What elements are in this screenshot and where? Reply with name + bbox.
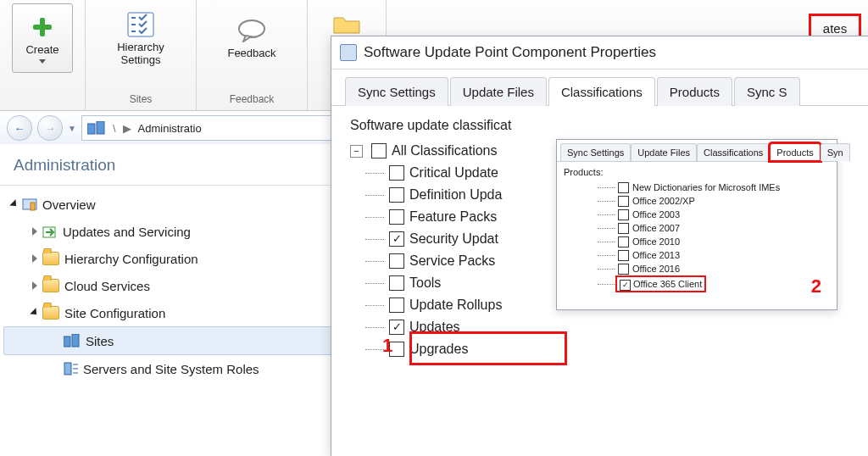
product-item[interactable]: Office 2002/XP — [564, 194, 830, 208]
product-item[interactable]: Office 2003 — [564, 208, 830, 221]
product-item[interactable]: Office 2016 — [564, 262, 830, 275]
product-item[interactable]: Office 365 Client — [564, 275, 830, 292]
tree-node-hierarchy-config[interactable]: Hierarchy Configuration — [3, 245, 334, 272]
checkbox[interactable] — [389, 253, 404, 269]
checkbox[interactable] — [618, 209, 629, 220]
dropdown-caret-icon — [39, 59, 46, 64]
tree-node-cloud-services[interactable]: Cloud Services — [3, 272, 334, 299]
product-item[interactable]: New Dictionaries for Microsoft IMEs — [564, 181, 830, 194]
mini-tab-sync-settings[interactable]: Sync Settings — [560, 143, 631, 161]
mini-tab-classifications[interactable]: Classifications — [697, 143, 770, 161]
checkbox[interactable] — [618, 223, 629, 234]
folder-icon — [42, 279, 59, 292]
tree-node-updates-servicing[interactable]: Updates and Servicing — [3, 218, 334, 245]
product-item[interactable]: Office 2007 — [564, 221, 830, 235]
tree-node-site-configuration[interactable]: Site Configuration — [3, 299, 334, 326]
chevron-down-icon[interactable]: ▼ — [68, 124, 76, 133]
checkbox[interactable] — [389, 275, 404, 291]
svg-rect-9 — [64, 363, 71, 375]
product-item[interactable]: Office 2013 — [564, 248, 830, 262]
classification-label: Critical Update — [409, 162, 498, 184]
classification-label: Definition Upda — [409, 184, 502, 206]
plus-icon — [28, 13, 57, 42]
expander-icon[interactable] — [32, 227, 37, 236]
checkbox[interactable] — [618, 250, 629, 261]
expander-icon[interactable] — [32, 254, 37, 263]
tree-label: Hierarchy Configuration — [64, 252, 198, 266]
classification-label: Service Packs — [409, 250, 495, 272]
speech-bubble-icon — [237, 16, 266, 45]
classification-label: Tools — [409, 272, 441, 294]
ribbon-group-sites: Hierarchy Settings Sites — [86, 0, 197, 110]
product-label: New Dictionaries for Microsoft IMEs — [632, 181, 780, 194]
checkbox[interactable] — [618, 236, 629, 247]
checkbox[interactable] — [371, 143, 387, 158]
checkbox[interactable] — [389, 209, 404, 225]
update-arrow-icon — [42, 225, 58, 238]
tab-sync-schedule[interactable]: Sync S — [734, 77, 800, 106]
tree-label: Servers and Site System Roles — [83, 362, 259, 376]
tree-label: Site Configuration — [64, 306, 165, 320]
classification-label: Security Updat — [409, 228, 498, 250]
folder-search-icon — [332, 10, 361, 39]
expander-icon[interactable] — [32, 281, 37, 290]
hierarchy-settings-button[interactable]: Hierarchy Settings — [110, 3, 171, 73]
mini-tab-update-files[interactable]: Update Files — [631, 143, 697, 161]
highlighted-fragment-text: ates — [823, 21, 847, 36]
create-button[interactable]: Create — [12, 3, 73, 73]
checkbox[interactable] — [389, 231, 404, 247]
tree-connector — [598, 284, 615, 285]
left-pane: Administration Overview Updates and Serv… — [0, 144, 338, 456]
tree-label: Sites — [86, 334, 114, 348]
nav-forward-button[interactable]: → — [37, 115, 63, 141]
sites-group-title: Sites — [130, 90, 153, 110]
svg-rect-7 — [64, 336, 70, 347]
dialog-tabstrip: Sync Settings Update Files Classificatio… — [331, 70, 868, 106]
checkbox[interactable] — [618, 264, 629, 275]
checkbox[interactable] — [620, 280, 631, 291]
checkbox[interactable] — [389, 187, 404, 203]
site-icon — [87, 121, 106, 135]
expander-icon[interactable] — [30, 308, 39, 317]
product-item[interactable]: Office 2010 — [564, 235, 830, 248]
ribbon-group-create: Create — [0, 0, 86, 110]
tab-sync-settings[interactable]: Sync Settings — [345, 77, 448, 106]
feedback-button[interactable]: Feedback — [221, 3, 282, 73]
mini-tab-sync[interactable]: Syn — [821, 143, 850, 161]
product-label: Office 2013 — [632, 248, 680, 262]
tab-classifications[interactable]: Classifications — [548, 77, 655, 106]
ribbon-group-feedback: Feedback Feedback — [197, 0, 308, 110]
tree-connector — [598, 228, 615, 229]
tree-connector — [365, 239, 384, 240]
hierarchy-settings-label: Hierarchy Settings — [117, 42, 164, 67]
tree-connector — [365, 305, 384, 306]
minus-expander-icon[interactable]: − — [350, 145, 363, 158]
dialog-titlebar[interactable]: Software Update Point Component Properti… — [331, 36, 868, 70]
nav-back-button[interactable]: ← — [7, 115, 32, 141]
tree-connector — [365, 349, 384, 350]
tab-products[interactable]: Products — [657, 77, 732, 106]
tree-connector — [598, 187, 615, 188]
checkbox[interactable] — [389, 320, 404, 335]
tree-node-sites[interactable]: Sites — [3, 326, 334, 355]
breadcrumb-item[interactable]: Administratio — [138, 122, 202, 135]
tree-node-servers-roles[interactable]: Servers and Site System Roles — [3, 355, 334, 382]
product-label: Office 365 Client — [633, 279, 702, 289]
product-label: Office 2010 — [632, 235, 680, 248]
products-tree: New Dictionaries for Microsoft IMEs Offi… — [564, 181, 830, 292]
tab-update-files[interactable]: Update Files — [450, 77, 547, 106]
overview-icon — [22, 197, 37, 211]
mini-tab-products[interactable]: Products — [770, 143, 820, 161]
classification-label: Update Rollups — [409, 294, 502, 316]
tree-connector — [365, 283, 384, 284]
tree-label: Cloud Services — [64, 279, 150, 293]
checkbox[interactable] — [618, 196, 629, 207]
checkbox[interactable] — [389, 165, 404, 181]
checkbox[interactable] — [389, 298, 404, 313]
classification-label: Feature Packs — [409, 206, 497, 228]
tree-connector — [365, 217, 384, 218]
tree-node-overview[interactable]: Overview — [3, 191, 334, 218]
tree-connector — [365, 327, 384, 328]
checkbox[interactable] — [618, 182, 629, 193]
expander-icon[interactable] — [9, 199, 19, 209]
